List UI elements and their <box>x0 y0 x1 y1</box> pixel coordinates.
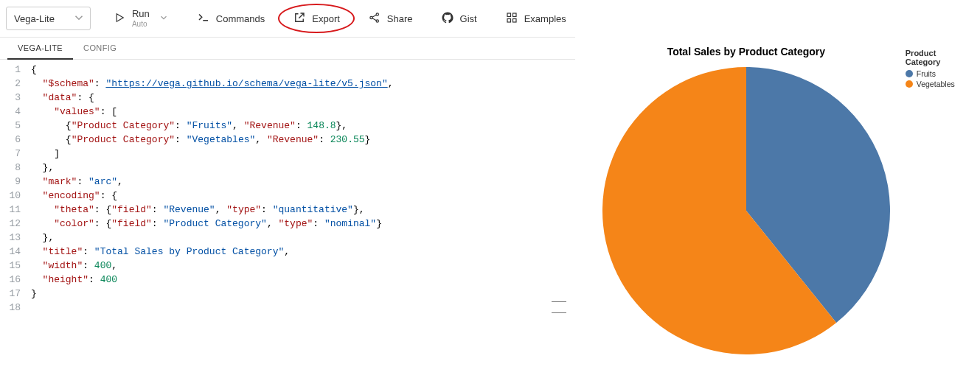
export-label: Export <box>312 13 340 24</box>
export-button[interactable]: Export <box>284 7 349 30</box>
commands-button[interactable]: Commands <box>188 7 274 30</box>
run-label: Run <box>132 9 150 19</box>
play-icon <box>113 11 126 27</box>
commands-label: Commands <box>216 13 265 24</box>
github-icon <box>441 11 454 27</box>
mode-select[interactable]: Vega-Lite <box>6 7 91 30</box>
export-icon <box>293 11 306 27</box>
svg-rect-5 <box>507 18 511 22</box>
svg-rect-3 <box>507 13 511 17</box>
share-button[interactable]: Share <box>359 7 422 30</box>
chart-title: Total Sales by Product Category <box>593 46 900 57</box>
gist-label: Gist <box>460 13 477 24</box>
legend: Product Category FruitsVegetables <box>906 49 971 90</box>
svg-rect-6 <box>512 18 516 22</box>
viz-pane: Total Sales by Product Category Product … <box>575 37 980 392</box>
cursor-marker <box>552 301 566 313</box>
chevron-down-icon[interactable] <box>159 13 169 25</box>
tab-config[interactable]: CONFIG <box>73 38 127 59</box>
svg-rect-4 <box>512 13 516 17</box>
pie-chart <box>599 63 894 358</box>
editor-tabs: VEGA-LITE CONFIG <box>0 38 575 60</box>
run-button[interactable]: Run Auto <box>104 7 178 30</box>
legend-swatch <box>906 80 913 88</box>
legend-swatch <box>906 70 913 77</box>
terminal-icon <box>197 11 210 27</box>
grid-icon <box>505 11 518 27</box>
code-editor[interactable]: 123456789101112131415161718 { "$schema":… <box>0 60 575 392</box>
toolbar: Vega-Lite Run Auto Commands Export S <box>0 0 980 37</box>
chevron-down-icon <box>72 11 86 27</box>
legend-title: Product Category <box>906 49 971 66</box>
legend-label: Vegetables <box>917 80 955 88</box>
svg-point-2 <box>376 19 378 21</box>
share-label: Share <box>387 13 413 24</box>
legend-label: Fruits <box>917 69 936 78</box>
line-gutter: 123456789101112131415161718 <box>0 60 25 392</box>
examples-label: Examples <box>524 13 566 24</box>
svg-point-1 <box>376 13 378 15</box>
legend-item: Fruits <box>906 69 971 78</box>
tab-vega-lite[interactable]: VEGA-LITE <box>7 38 73 60</box>
editor-pane: VEGA-LITE CONFIG 12345678910111213141516… <box>0 37 575 392</box>
legend-item: Vegetables <box>906 80 971 88</box>
examples-button[interactable]: Examples <box>496 7 575 30</box>
code-content[interactable]: { "$schema": "https://vega.github.io/sch… <box>25 60 575 392</box>
gist-button[interactable]: Gist <box>432 7 486 30</box>
run-sub-label: Auto <box>132 20 150 28</box>
share-icon <box>368 11 381 27</box>
svg-point-0 <box>370 16 372 18</box>
mode-select-label: Vega-Lite <box>14 13 55 24</box>
